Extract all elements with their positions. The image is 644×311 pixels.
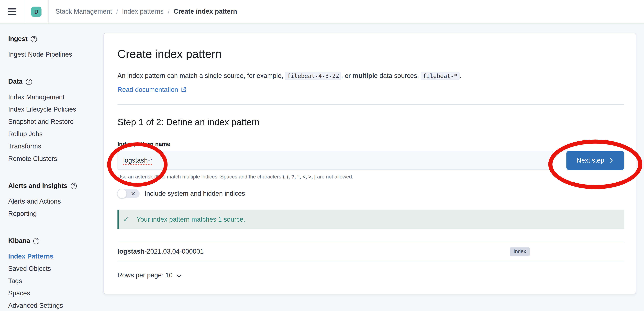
breadcrumb-separator: /	[116, 8, 118, 15]
sidebar-item-remote-clusters[interactable]: Remote Clusters	[8, 155, 57, 162]
breadcrumb-separator: /	[168, 8, 170, 15]
hamburger-menu-button[interactable]	[0, 0, 24, 23]
code-example-single: filebeat-4-3-22	[285, 72, 341, 80]
chevron-down-icon	[176, 272, 182, 277]
section-title: Ingest	[8, 34, 28, 43]
header-divider	[48, 0, 49, 23]
matched-index-row: logstash-2021.03.04-000001 Index	[118, 242, 624, 261]
index-type-badge: Index	[510, 247, 530, 256]
space-selector-button[interactable]: D	[24, 0, 48, 23]
sidebar-section-kibana: Kibana ?	[8, 236, 100, 245]
intro-part: .	[460, 72, 461, 79]
sidebar-item-alerts-and-actions[interactable]: Alerts and Actions	[8, 198, 61, 205]
doc-link-label: Read documentation	[118, 86, 178, 93]
index-pattern-name-input[interactable]: logstash-*	[118, 151, 553, 170]
sidebar-section-ingest: Ingest ?	[8, 34, 100, 43]
intro-text: An index pattern can match a single sour…	[118, 70, 624, 82]
page-title: Create index pattern	[118, 47, 624, 61]
input-value: logstash-*	[123, 157, 152, 164]
breadcrumb-index-patterns[interactable]: Index patterns	[122, 8, 164, 15]
index-name-prefix: logstash-	[118, 248, 147, 255]
help-icon[interactable]: ?	[70, 183, 77, 189]
toggle-off-x-icon: ✕	[131, 191, 136, 197]
section-divider	[118, 104, 624, 105]
sidebar-item-transforms[interactable]: Transforms	[8, 143, 41, 150]
kibana-page: D Stack Management / Index patterns / Cr…	[0, 0, 644, 311]
intro-part: , or	[341, 72, 352, 79]
helper-forbidden-chars: \, /, ?, ", <, >, |	[283, 174, 316, 180]
input-helper-text: Use an asterisk (*) to match multiple in…	[118, 174, 624, 180]
breadcrumb-current-page: Create index pattern	[174, 8, 237, 15]
helper-part: are not allowed.	[316, 174, 353, 180]
create-index-pattern-panel: Create index pattern An index pattern ca…	[104, 33, 636, 294]
breadcrumb-stack-management[interactable]: Stack Management	[56, 8, 112, 15]
breadcrumb: Stack Management / Index patterns / Crea…	[56, 8, 237, 15]
sidebar-section-alerts-and-insights: Alerts and Insights ?	[8, 181, 100, 190]
sidebar-item-snapshot-and-restore[interactable]: Snapshot and Restore	[8, 118, 74, 125]
sidebar-item-ingest-node-pipelines[interactable]: Ingest Node Pipelines	[8, 51, 72, 58]
sidebar-item-saved-objects[interactable]: Saved Objects	[8, 265, 51, 272]
callout-message: Your index pattern matches 1 source.	[136, 216, 245, 223]
index-name: logstash-2021.03.04-000001	[118, 248, 204, 255]
section-title: Alerts and Insights	[8, 181, 67, 190]
success-callout: ✓ Your index pattern matches 1 source.	[118, 210, 624, 229]
intro-part: An index pattern can match a single sour…	[118, 72, 285, 79]
include-hidden-indices-toggle[interactable]: ✕	[118, 189, 140, 198]
toggle-thumb	[117, 189, 127, 199]
help-icon[interactable]: ?	[31, 36, 37, 42]
space-avatar: D	[31, 6, 42, 17]
sidebar-item-tags[interactable]: Tags	[8, 277, 22, 285]
chevron-right-icon	[608, 157, 614, 163]
sidebar-item-spaces[interactable]: Spaces	[8, 290, 30, 297]
sidebar-item-reporting[interactable]: Reporting	[8, 210, 37, 217]
helper-part: Use an asterisk (*) to match multiple in…	[118, 174, 282, 180]
help-icon[interactable]: ?	[33, 238, 40, 244]
read-documentation-link[interactable]: Read documentation	[118, 86, 186, 93]
toggle-label: Include system and hidden indices	[144, 190, 245, 197]
rows-per-page-button[interactable]: Rows per page: 10	[118, 272, 180, 279]
menu-icon	[8, 8, 16, 15]
management-sidebar: Ingest ? Ingest Node Pipelines Data ? In…	[0, 23, 104, 311]
step-heading: Step 1 of 2: Define an index pattern	[118, 116, 624, 128]
sidebar-item-index-lifecycle-policies[interactable]: Index Lifecycle Policies	[8, 106, 76, 113]
sidebar-item-advanced-settings[interactable]: Advanced Settings	[8, 302, 63, 309]
section-title: Kibana	[8, 236, 30, 245]
sidebar-section-data: Data ?	[8, 77, 100, 86]
index-pattern-name-label: Index pattern name	[118, 141, 624, 147]
sidebar-item-index-management[interactable]: Index Management	[8, 93, 64, 101]
external-link-icon	[180, 87, 186, 93]
intro-part: data sources,	[378, 72, 421, 79]
sidebar-item-index-patterns[interactable]: Index Patterns	[8, 253, 54, 260]
rows-per-page-label: Rows per page: 10	[118, 272, 172, 279]
index-name-suffix: 2021.03.04-000001	[147, 248, 204, 255]
next-step-label: Next step	[576, 157, 604, 164]
intro-bold: multiple	[352, 72, 378, 79]
sidebar-item-rollup-jobs[interactable]: Rollup Jobs	[8, 130, 42, 137]
top-header: D Stack Management / Index patterns / Cr…	[0, 0, 644, 23]
section-title: Data	[8, 77, 22, 86]
check-icon: ✓	[123, 215, 129, 223]
help-icon[interactable]: ?	[26, 79, 32, 85]
next-step-button[interactable]: Next step	[566, 151, 624, 170]
code-example-wildcard: filebeat-*	[421, 72, 460, 80]
